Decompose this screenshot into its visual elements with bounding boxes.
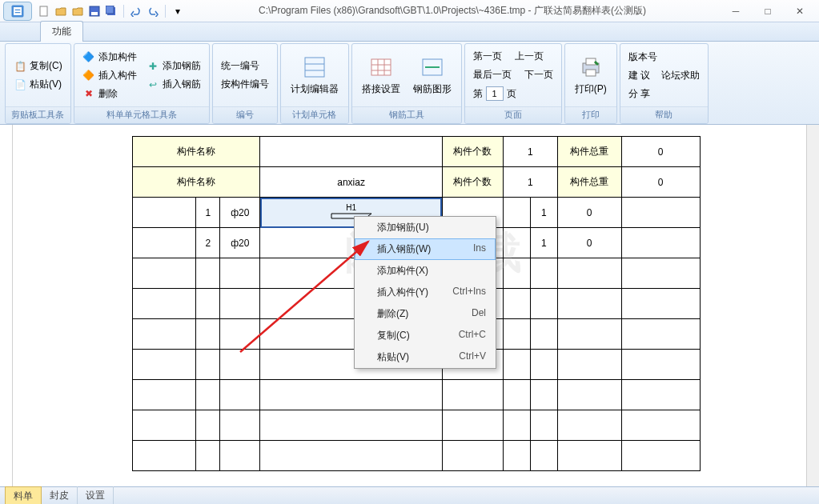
group-plan: 计划编辑器 计划单元格 bbox=[280, 43, 349, 124]
group-help: 版本号 建 议 论坛求助 分 享 帮助 bbox=[620, 43, 709, 124]
plan-editor-button[interactable]: 计划编辑器 bbox=[286, 51, 343, 99]
cell[interactable]: anxiaz bbox=[260, 167, 443, 198]
cell[interactable]: 1 bbox=[530, 228, 557, 258]
scrollbar-vertical[interactable] bbox=[806, 125, 819, 486]
svg-rect-17 bbox=[586, 58, 596, 65]
new-icon[interactable] bbox=[37, 4, 51, 18]
unify-number-button[interactable]: 统一编号 bbox=[218, 58, 272, 74]
print-button[interactable]: 打印(P) bbox=[570, 51, 612, 99]
cell[interactable]: 1 bbox=[530, 198, 557, 228]
suggest-button[interactable]: 建 议 bbox=[625, 67, 653, 84]
by-component-number-button[interactable]: 按构件编号 bbox=[218, 76, 272, 93]
copy-icon: 📋 bbox=[14, 60, 26, 73]
cell[interactable]: ф20 bbox=[220, 198, 260, 228]
ctx-insert-rebar[interactable]: 插入钢筋(W)Ins bbox=[355, 238, 496, 260]
insert-component-button[interactable]: 🔶插入构件 bbox=[79, 67, 140, 84]
delete-button[interactable]: ✖删除 bbox=[79, 86, 140, 102]
cell[interactable] bbox=[621, 198, 700, 228]
weight-header[interactable]: 构件总重 bbox=[557, 137, 621, 167]
next-page-button[interactable]: 下一页 bbox=[521, 66, 556, 83]
cell[interactable]: 2 bbox=[196, 228, 220, 258]
splice-button[interactable]: 搭接设置 bbox=[357, 51, 405, 99]
ctx-delete[interactable]: 删除(Z)Del bbox=[355, 303, 496, 325]
app-icon[interactable] bbox=[3, 2, 32, 21]
ribbon: 📋复制(C) 📄粘贴(V) 剪贴板工具条 🔷添加构件 🔶插入构件 ✖删除 ✚添加… bbox=[0, 42, 819, 125]
cell[interactable] bbox=[260, 137, 443, 167]
cell[interactable]: 0 bbox=[557, 228, 621, 258]
cell[interactable]: 1 bbox=[503, 167, 557, 198]
group-page-label: 页面 bbox=[465, 106, 561, 123]
undo-icon[interactable] bbox=[129, 4, 143, 18]
last-page-button[interactable]: 最后一页 bbox=[470, 66, 515, 83]
group-clipboard-label: 剪贴板工具条 bbox=[6, 106, 70, 123]
open-icon[interactable] bbox=[54, 4, 68, 18]
page-ye: 页 bbox=[507, 87, 516, 101]
btab-settings[interactable]: 设置 bbox=[78, 486, 114, 504]
ctx-add-rebar[interactable]: 添加钢筋(U) bbox=[355, 217, 496, 238]
cell[interactable] bbox=[503, 198, 530, 228]
qat-dropdown-icon[interactable]: ▾ bbox=[171, 4, 185, 18]
version-button[interactable]: 版本号 bbox=[625, 49, 703, 66]
cell[interactable]: 0 bbox=[621, 167, 700, 198]
share-button[interactable]: 分 享 bbox=[625, 86, 703, 102]
table-row: 构件名称 anxiaz 构件个数 1 构件总重 0 bbox=[132, 167, 700, 198]
cell[interactable]: 0 bbox=[557, 198, 621, 228]
page-input[interactable] bbox=[486, 86, 504, 101]
group-print: 打印(P) 打印 bbox=[564, 43, 617, 124]
cell[interactable] bbox=[132, 198, 196, 228]
count-header[interactable]: 构件个数 bbox=[442, 167, 503, 198]
prev-page-button[interactable]: 上一页 bbox=[512, 48, 547, 65]
paste-button[interactable]: 📄粘贴(V) bbox=[10, 76, 66, 93]
table-row bbox=[132, 380, 700, 410]
name-header[interactable]: 构件名称 bbox=[132, 167, 260, 198]
ctx-insert-component[interactable]: 插入构件(Y)Ctrl+Ins bbox=[355, 282, 496, 303]
cell[interactable]: 1 bbox=[196, 198, 220, 228]
rebar-shape-icon bbox=[420, 54, 445, 80]
add-component-button[interactable]: 🔷添加构件 bbox=[79, 49, 140, 66]
svg-rect-1 bbox=[14, 7, 22, 15]
table-row: 构件名称 构件个数 1 构件总重 0 bbox=[132, 137, 700, 167]
add-rebar-button[interactable]: ✚添加钢筋 bbox=[143, 58, 204, 74]
ins-comp-icon: 🔶 bbox=[82, 69, 95, 82]
ctx-add-component[interactable]: 添加构件(X) bbox=[355, 260, 496, 282]
svg-rect-10 bbox=[371, 59, 391, 75]
cell[interactable]: 1 bbox=[503, 137, 557, 167]
open2-icon[interactable] bbox=[70, 4, 85, 18]
count-header[interactable]: 构件个数 bbox=[442, 137, 503, 167]
plan-editor-icon bbox=[302, 54, 327, 80]
window-title: C:\Program Files (x86)\Grandsoft\GBT\1.0… bbox=[185, 4, 720, 18]
cell[interactable] bbox=[503, 228, 530, 258]
rebar-shape-button[interactable]: 钢筋图形 bbox=[408, 51, 456, 99]
minimize-button[interactable]: ─ bbox=[720, 2, 752, 21]
copy-button[interactable]: 📋复制(C) bbox=[10, 58, 66, 74]
group-print-label: 打印 bbox=[565, 106, 616, 123]
ruler-vertical bbox=[0, 125, 13, 486]
page-di: 第 bbox=[473, 87, 483, 101]
cell[interactable] bbox=[621, 228, 700, 258]
forum-button[interactable]: 论坛求助 bbox=[658, 67, 703, 84]
group-rebar: 搭接设置 钢筋图形 钢筋工具 bbox=[351, 43, 462, 124]
saveall-icon[interactable] bbox=[104, 4, 118, 18]
weight-header[interactable]: 构件总重 bbox=[557, 167, 621, 198]
btab-sheet[interactable]: 料单 bbox=[5, 486, 42, 505]
ins-rebar-icon: ↩ bbox=[147, 78, 159, 91]
svg-rect-2 bbox=[40, 6, 47, 16]
first-page-button[interactable]: 第一页 bbox=[470, 48, 505, 65]
cell[interactable]: 0 bbox=[621, 137, 700, 167]
group-cell-label: 料单单元格工具条 bbox=[74, 106, 209, 123]
cell[interactable] bbox=[132, 228, 196, 258]
btab-cover[interactable]: 封皮 bbox=[42, 486, 78, 504]
redo-icon[interactable] bbox=[146, 4, 160, 18]
group-number-label: 编号 bbox=[213, 106, 277, 123]
tab-functions[interactable]: 功能 bbox=[40, 21, 83, 42]
insert-rebar-button[interactable]: ↩插入钢筋 bbox=[143, 76, 204, 93]
close-button[interactable]: ✕ bbox=[784, 2, 816, 21]
name-header[interactable]: 构件名称 bbox=[132, 137, 260, 167]
maximize-button[interactable]: □ bbox=[752, 2, 784, 21]
table-row bbox=[132, 441, 700, 471]
splice-icon bbox=[368, 54, 394, 80]
ctx-paste[interactable]: 粘贴(V)Ctrl+V bbox=[355, 346, 496, 368]
cell[interactable]: ф20 bbox=[220, 228, 260, 258]
save-icon[interactable] bbox=[87, 4, 102, 18]
ctx-copy[interactable]: 复制(C)Ctrl+C bbox=[355, 325, 496, 346]
